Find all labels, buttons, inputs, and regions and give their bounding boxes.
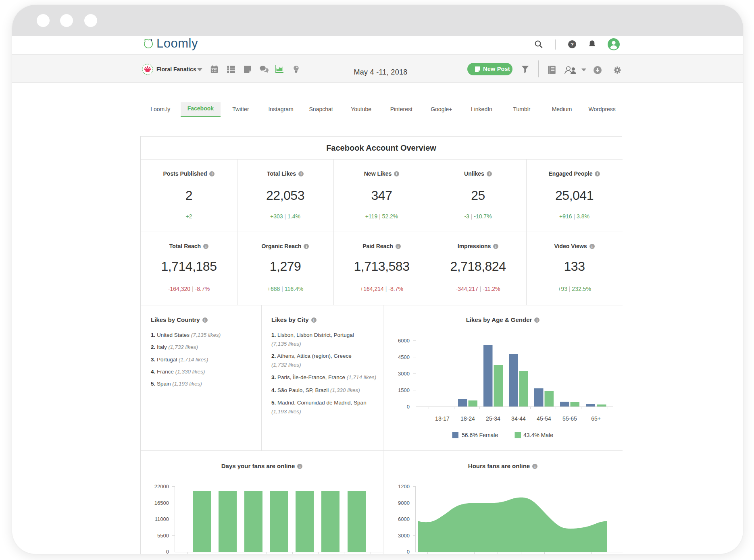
- svg-text:4500: 4500: [398, 354, 410, 360]
- svg-text:34-44: 34-44: [511, 415, 526, 422]
- svg-text:43.4% Male: 43.4% Male: [523, 432, 553, 438]
- svg-text:18-24: 18-24: [460, 415, 475, 422]
- svg-text:45-54: 45-54: [537, 415, 551, 422]
- svg-text:3000: 3000: [398, 533, 410, 539]
- svg-text:6000: 6000: [398, 338, 410, 344]
- svg-text:?: ?: [571, 41, 574, 48]
- svg-text:22000: 22000: [154, 483, 169, 489]
- svg-text:0: 0: [166, 549, 169, 554]
- svg-text:3000: 3000: [398, 371, 410, 377]
- svg-text:9000: 9000: [398, 500, 410, 506]
- svg-text:55-65: 55-65: [562, 415, 577, 422]
- svg-text:6000: 6000: [398, 516, 410, 522]
- svg-text:65+: 65+: [591, 415, 601, 422]
- svg-text:56.6% Female: 56.6% Female: [462, 432, 498, 438]
- svg-text:16500: 16500: [154, 500, 169, 506]
- svg-text:1500: 1500: [398, 387, 410, 393]
- svg-text:1200: 1200: [398, 483, 410, 489]
- svg-text:25-34: 25-34: [486, 415, 500, 422]
- svg-text:11000: 11000: [155, 516, 169, 522]
- svg-text:13-17: 13-17: [435, 415, 450, 422]
- svg-text:0: 0: [407, 404, 410, 410]
- svg-text:0: 0: [407, 549, 410, 554]
- svg-text:5500: 5500: [157, 533, 169, 539]
